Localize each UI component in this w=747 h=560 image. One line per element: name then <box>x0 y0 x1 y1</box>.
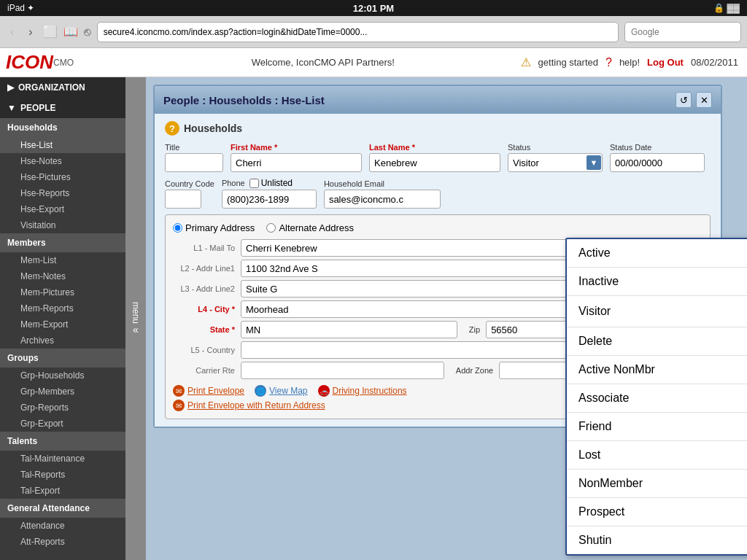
sidebar-item-hse-export[interactable]: Hse-Export <box>0 201 125 217</box>
dropdown-item-prospect-label: Prospect <box>578 505 624 518</box>
status-date-input[interactable] <box>610 153 705 172</box>
sidebar-item-mem-reports[interactable]: Mem-Reports <box>0 300 125 316</box>
url-input[interactable] <box>97 22 619 42</box>
menu-toggle[interactable]: menu « <box>125 77 146 560</box>
dropdown-item-associate-label: Associate <box>578 392 629 405</box>
modal-close-button[interactable]: ✕ <box>696 92 712 108</box>
country-code-label: Country Code <box>165 179 214 188</box>
view-map-label: View Map <box>269 386 307 396</box>
sidebar-item-mem-pictures[interactable]: Mem-Pictures <box>0 284 125 300</box>
sidebar-item-hse-pictures[interactable]: Hse-Pictures <box>0 169 125 185</box>
print-envelope-link[interactable]: ✉ Print Envelope <box>173 385 244 397</box>
dropdown-item-visitor[interactable]: Visitor ✓ <box>567 296 747 327</box>
driving-instructions-link[interactable]: 🚗 Driving Instructions <box>318 385 407 397</box>
form-row-1: Title First Name * Last Name * Status <box>165 143 711 172</box>
getting-started-link[interactable]: getting started <box>538 57 598 68</box>
firstname-input[interactable] <box>231 153 362 172</box>
back-button[interactable]: ‹ <box>6 23 18 42</box>
globe-icon: 🌐 <box>255 385 266 397</box>
dropdown-item-shutin[interactable]: Shutin <box>567 526 747 554</box>
tab-button[interactable]: ⬜ <box>43 25 58 39</box>
status-select-wrap: Visitor ▼ <box>508 153 603 172</box>
dropdown-item-delete-label: Delete <box>578 335 612 348</box>
share-button[interactable]: ⎋ <box>84 26 91 39</box>
view-map-link[interactable]: 🌐 View Map <box>255 385 307 397</box>
sidebar-item-grp-export[interactable]: Grp-Export <box>0 416 125 432</box>
sidebar-group-talents[interactable]: Talents <box>0 432 125 451</box>
dropdown-item-active[interactable]: Active <box>567 239 747 268</box>
modal-header-buttons: ↺ ✕ <box>676 92 712 108</box>
dropdown-item-visitor-label: Visitor <box>578 305 611 318</box>
forward-button[interactable]: › <box>24 23 36 42</box>
sidebar-group-groups[interactable]: Groups <box>0 349 125 368</box>
sidebar-item-tal-export[interactable]: Tal-Export <box>0 483 125 499</box>
content-area: People : Households : Hse-List ↺ ✕ ? Hou… <box>146 77 747 560</box>
sidebar-item-hse-list[interactable]: Hse-List <box>0 137 125 153</box>
sidebar-item-visitation[interactable]: Visitation <box>0 217 125 233</box>
dropdown-item-inactive[interactable]: Inactive <box>567 268 747 296</box>
state-label: State * <box>173 325 235 334</box>
sidebar-item-grp-members[interactable]: Grp-Members <box>0 384 125 400</box>
help-link[interactable]: help! <box>619 57 640 68</box>
sidebar-section-people[interactable]: ▼ PEOPLE <box>0 98 125 118</box>
dropdown-item-prospect[interactable]: Prospect <box>567 498 747 526</box>
logo-cmo: CMO <box>53 58 74 68</box>
unlisted-checkbox[interactable] <box>249 179 259 188</box>
primary-address-radio-label[interactable]: Primary Address <box>173 222 255 233</box>
dropdown-item-delete[interactable]: Delete <box>567 327 747 356</box>
dropdown-item-lost-label: Lost <box>578 448 600 462</box>
sidebar-group-households[interactable]: Households <box>0 118 125 137</box>
sidebar-item-hse-reports[interactable]: Hse-Reports <box>0 185 125 201</box>
unlisted-checkbox-label[interactable]: Unlisted <box>249 178 293 188</box>
phone-input[interactable] <box>222 190 317 209</box>
l1-label: L1 - Mail To <box>173 244 235 252</box>
status-dropdown[interactable]: Active Inactive Visitor ✓ Delete Active … <box>565 238 747 556</box>
dropdown-item-lost[interactable]: Lost <box>567 441 747 470</box>
status-select[interactable]: Visitor <box>508 153 603 172</box>
l2-label: L2 - Addr Line1 <box>173 264 235 273</box>
dropdown-item-associate[interactable]: Associate <box>567 384 747 413</box>
logout-button[interactable]: Log Out <box>647 57 684 68</box>
lastname-input[interactable] <box>369 153 500 172</box>
bookmark-button[interactable]: 📖 <box>63 25 78 39</box>
alternate-address-radio[interactable] <box>266 223 276 233</box>
print-envelope-label: Print Envelope <box>187 386 244 396</box>
sidebar-group-general-attendance[interactable]: General Attendance <box>0 499 125 518</box>
driving-instructions-label: Driving Instructions <box>333 386 407 396</box>
dropdown-item-active-nonmbr[interactable]: Active NonMbr <box>567 356 747 384</box>
primary-address-radio[interactable] <box>173 223 182 233</box>
state-input[interactable] <box>241 321 457 338</box>
field-country-code: Country Code <box>165 179 214 209</box>
section-title-label: Households <box>184 122 242 134</box>
dropdown-item-shutin-label: Shutin <box>578 534 611 547</box>
zip-label: Zip <box>469 325 480 334</box>
sidebar-item-tal-maintenance[interactable]: Tal-Maintenance <box>0 451 125 467</box>
chevron-left-icon: « <box>133 324 139 335</box>
sidebar-item-tal-reports[interactable]: Tal-Reports <box>0 467 125 483</box>
sidebar-item-mem-notes[interactable]: Mem-Notes <box>0 268 125 284</box>
alternate-address-radio-label[interactable]: Alternate Address <box>266 222 354 233</box>
phone-label: Phone <box>222 179 245 187</box>
sidebar-item-grp-households[interactable]: Grp-Households <box>0 368 125 384</box>
title-input[interactable] <box>165 153 223 172</box>
household-email-input[interactable] <box>324 190 441 209</box>
sidebar-section-organization[interactable]: ▶ ORGANIZATION <box>0 77 125 98</box>
sidebar-item-mem-export[interactable]: Mem-Export <box>0 316 125 332</box>
sidebar-item-grp-reports[interactable]: Grp-Reports <box>0 400 125 416</box>
sidebar-item-att-reports[interactable]: Att-Reports <box>0 534 125 550</box>
sidebar-item-hse-notes[interactable]: Hse-Notes <box>0 153 125 169</box>
title-label: Title <box>165 143 223 152</box>
carrier-label: Carrier Rte <box>173 366 235 375</box>
carrier-input[interactable] <box>241 362 444 379</box>
modal-refresh-button[interactable]: ↺ <box>676 92 692 108</box>
sidebar-item-mem-list[interactable]: Mem-List <box>0 252 125 268</box>
search-input[interactable] <box>624 22 741 42</box>
country-code-input[interactable] <box>165 190 201 209</box>
firstname-label: First Name * <box>231 143 362 152</box>
primary-address-label: Primary Address <box>185 222 255 233</box>
dropdown-item-nonmember[interactable]: NonMember <box>567 470 747 498</box>
sidebar-item-archives[interactable]: Archives <box>0 332 125 349</box>
sidebar-item-attendance[interactable]: Attendance <box>0 518 125 534</box>
dropdown-item-friend[interactable]: Friend <box>567 413 747 441</box>
sidebar-group-members[interactable]: Members <box>0 233 125 252</box>
